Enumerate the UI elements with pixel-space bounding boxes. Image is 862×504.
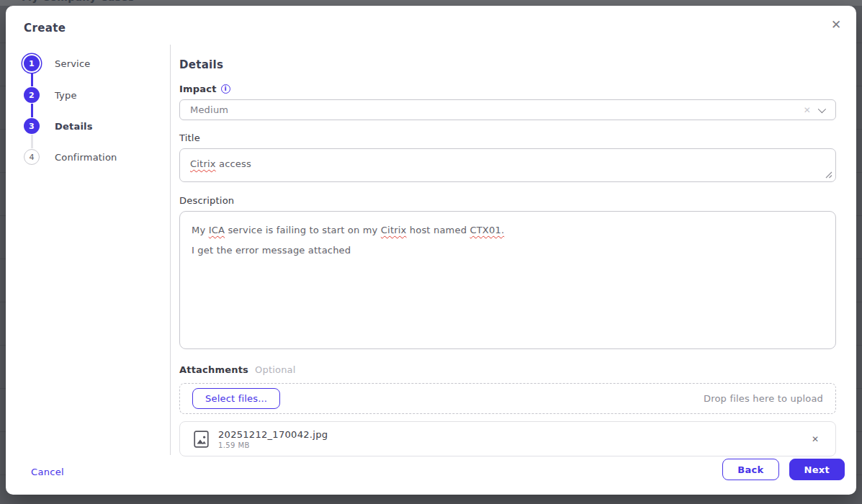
attached-file-row: 20251212_170042.jpg 1.59 MB ✕ bbox=[179, 421, 836, 456]
attachments-label: Attachments bbox=[179, 364, 248, 375]
details-form: Details Impact i Medium ✕ Title Citrix a… bbox=[179, 58, 836, 456]
resize-handle-icon[interactable] bbox=[825, 171, 832, 179]
stepper-item-confirmation[interactable]: 4 Confirmation bbox=[24, 149, 117, 165]
stepper-connector bbox=[31, 72, 33, 86]
info-icon[interactable]: i bbox=[221, 84, 230, 94]
impact-select[interactable]: Medium ✕ bbox=[179, 99, 836, 120]
stepper-item-details[interactable]: 3 Details bbox=[24, 118, 93, 134]
background-page-title: My Company Cases bbox=[22, 0, 135, 3]
impact-field: Impact i Medium ✕ bbox=[179, 84, 836, 120]
description-label: Description bbox=[179, 195, 234, 206]
description-input[interactable]: My ICA service is failing to start on my… bbox=[179, 211, 836, 349]
stepper-item-service[interactable]: 1 Service bbox=[24, 55, 90, 71]
title-label: Title bbox=[179, 132, 200, 143]
impact-selected-value: Medium bbox=[190, 104, 796, 115]
impact-label: Impact bbox=[179, 84, 217, 94]
step-label: Type bbox=[55, 90, 77, 101]
dimmed-page-header: My Company Cases bbox=[0, 0, 862, 6]
modal-title: Create bbox=[24, 22, 66, 35]
stepper-connector bbox=[31, 104, 33, 117]
file-name: 20251212_170042.jpg bbox=[218, 429, 328, 440]
back-button[interactable]: Back bbox=[722, 459, 778, 480]
step-label: Confirmation bbox=[55, 152, 117, 163]
stepper-connector bbox=[31, 135, 33, 148]
clear-selection-icon[interactable]: ✕ bbox=[796, 105, 818, 115]
close-icon[interactable]: ✕ bbox=[826, 14, 846, 35]
step-label: Service bbox=[55, 58, 90, 69]
cancel-button[interactable]: Cancel bbox=[31, 467, 64, 477]
image-file-icon bbox=[194, 431, 209, 448]
remove-file-icon[interactable]: ✕ bbox=[809, 431, 822, 447]
next-button[interactable]: Next bbox=[789, 459, 845, 480]
step-number-badge: 4 bbox=[24, 149, 40, 165]
footer-actions: Back Next bbox=[722, 459, 845, 480]
step-number-badge: 2 bbox=[24, 87, 40, 103]
file-dropzone[interactable]: Select files... Drop files here to uploa… bbox=[179, 383, 836, 414]
file-size: 1.59 MB bbox=[218, 441, 328, 449]
drop-hint-text: Drop files here to upload bbox=[704, 393, 823, 404]
step-number-badge: 1 bbox=[24, 55, 40, 71]
description-paragraph: I get the error message attached bbox=[192, 243, 824, 257]
stepper-form-divider bbox=[170, 45, 171, 455]
chevron-down-icon[interactable] bbox=[818, 104, 826, 112]
optional-badge: Optional bbox=[255, 364, 296, 375]
step-label: Details bbox=[55, 121, 93, 132]
title-text: Citrix bbox=[190, 158, 216, 169]
stepper-item-type[interactable]: 2 Type bbox=[24, 87, 77, 103]
title-text: access bbox=[216, 158, 251, 169]
create-case-modal: Create ✕ 1 Service 2 Type 3 Details 4 Co… bbox=[6, 6, 856, 495]
attachments-section: Attachments Optional Select files... Dro… bbox=[179, 364, 836, 456]
select-files-button[interactable]: Select files... bbox=[192, 388, 280, 409]
description-field: Description My ICA service is failing to… bbox=[179, 195, 836, 349]
description-paragraph: My ICA service is failing to start on my… bbox=[192, 223, 824, 237]
form-heading: Details bbox=[179, 58, 836, 71]
title-input[interactable]: Citrix access bbox=[179, 148, 836, 182]
step-number-badge: 3 bbox=[24, 118, 40, 134]
title-field: Title Citrix access bbox=[179, 132, 836, 182]
